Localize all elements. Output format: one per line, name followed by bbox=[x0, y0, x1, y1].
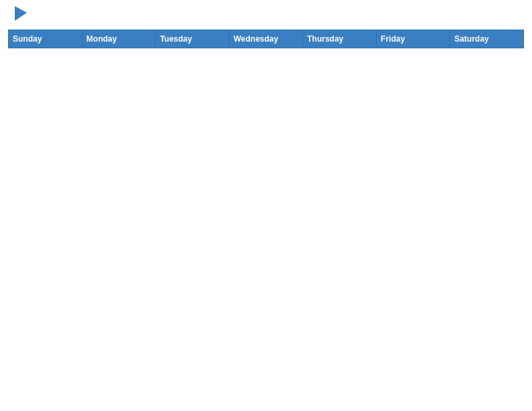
day-of-week-header: Wednesday bbox=[229, 30, 303, 48]
day-of-week-header: Sunday bbox=[9, 30, 83, 48]
page-header bbox=[0, 0, 532, 30]
calendar-header-row: SundayMondayTuesdayWednesdayThursdayFrid… bbox=[9, 30, 524, 48]
calendar-table: SundayMondayTuesdayWednesdayThursdayFrid… bbox=[8, 30, 524, 48]
day-of-week-header: Thursday bbox=[303, 30, 377, 48]
logo bbox=[13, 11, 27, 24]
logo-arrow-icon bbox=[15, 6, 27, 21]
day-of-week-header: Monday bbox=[82, 30, 156, 48]
day-of-week-header: Tuesday bbox=[156, 30, 230, 48]
day-of-week-header: Friday bbox=[376, 30, 450, 48]
svg-marker-0 bbox=[15, 6, 27, 21]
day-of-week-header: Saturday bbox=[450, 30, 524, 48]
